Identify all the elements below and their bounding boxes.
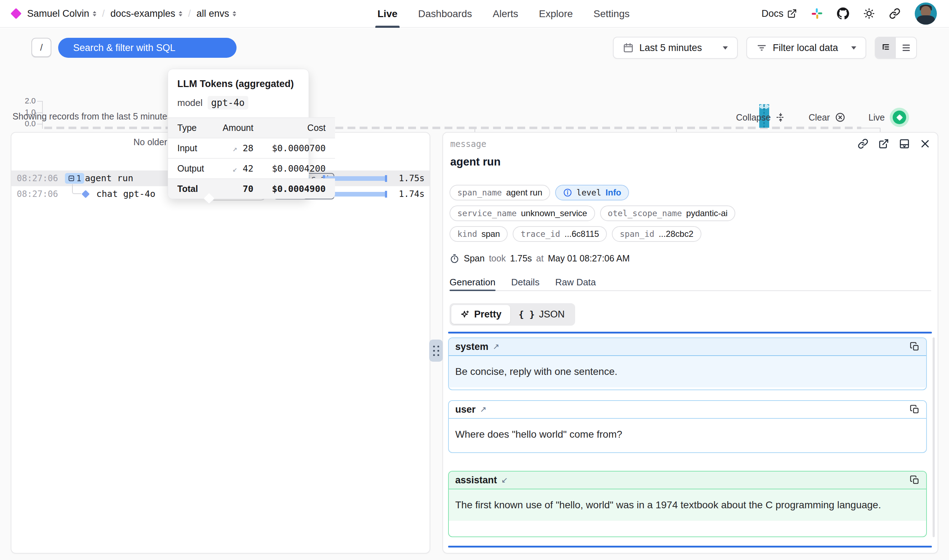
json-label: JSON bbox=[539, 309, 565, 320]
row-type: Input bbox=[168, 138, 213, 158]
row-cost: $0.0004200 bbox=[263, 158, 335, 179]
copy-icon[interactable] bbox=[910, 405, 920, 414]
live-toggle[interactable]: Live bbox=[868, 108, 909, 127]
sparkle-icon bbox=[460, 309, 470, 320]
copy-icon[interactable] bbox=[910, 475, 920, 485]
table-row: Input ↗ 28 $0.0000700 bbox=[168, 138, 335, 158]
badge-key: service_name bbox=[457, 209, 517, 218]
token-cost-table: Type Amount Cost Input ↗ 28 $0.0000700 O… bbox=[168, 117, 335, 198]
panel-type-label: message bbox=[450, 139, 486, 149]
tab-dashboards[interactable]: Dashboards bbox=[418, 0, 472, 28]
badge-kind[interactable]: kind span bbox=[449, 226, 508, 242]
table-row-total: Total 70 $0.0004900 bbox=[168, 179, 335, 198]
flat-list-view-button[interactable] bbox=[896, 37, 916, 58]
avatar[interactable] bbox=[915, 3, 937, 25]
badge-otel-scope-name[interactable]: otel_scope_name pydantic-ai bbox=[600, 205, 736, 221]
breadcrumb-project[interactable]: docs-examples bbox=[111, 8, 183, 19]
external-link-icon bbox=[787, 9, 797, 18]
slash-shortcut-key[interactable]: / bbox=[31, 38, 51, 57]
copy-link-icon[interactable] bbox=[858, 138, 868, 149]
tab-explore[interactable]: Explore bbox=[539, 0, 573, 28]
collapse-button[interactable]: Collapse bbox=[736, 112, 786, 123]
badge-level[interactable]: level Info bbox=[555, 185, 629, 200]
calendar-icon bbox=[623, 42, 634, 53]
scroll-bottom-indicator bbox=[448, 546, 932, 548]
model-key: model bbox=[177, 97, 203, 108]
span-name: agent run bbox=[85, 171, 133, 186]
tab-settings[interactable]: Settings bbox=[594, 0, 630, 28]
braces-icon: { } bbox=[519, 309, 535, 320]
filter-value: Filter local data bbox=[773, 42, 838, 54]
chevron-down-icon bbox=[723, 46, 728, 49]
org-name: Samuel Colvin bbox=[27, 8, 89, 19]
panel-resize-handle[interactable] bbox=[429, 340, 443, 362]
logfire-logo-icon[interactable] bbox=[10, 8, 22, 19]
tree-connector-line bbox=[72, 184, 82, 194]
badge-value: pydantic-ai bbox=[686, 208, 728, 218]
chevron-down-icon bbox=[851, 46, 856, 49]
tab-live[interactable]: Live bbox=[377, 0, 397, 28]
breadcrumb-org[interactable]: Samuel Colvin bbox=[27, 8, 96, 19]
message-text: Where does "hello world" come from? bbox=[449, 419, 926, 450]
pretty-view-button[interactable]: Pretty bbox=[451, 305, 510, 324]
message-assistant: assistant ↙ The first known use of "hell… bbox=[448, 471, 927, 537]
square-minus-icon bbox=[68, 175, 75, 182]
json-view-button[interactable]: { } JSON bbox=[510, 305, 573, 324]
list-view-icon bbox=[901, 42, 912, 53]
message-header: user ↗ bbox=[449, 401, 926, 419]
tooltip-title: LLM Tokens (aggregated) bbox=[168, 69, 309, 89]
scrollbar[interactable] bbox=[933, 337, 935, 537]
live-label: Live bbox=[868, 112, 885, 123]
clear-button[interactable]: Clear bbox=[808, 112, 846, 123]
tab-details[interactable]: Details bbox=[511, 274, 540, 290]
slack-icon[interactable] bbox=[811, 8, 823, 19]
x-axis-end-segment bbox=[861, 128, 880, 128]
span-diamond-icon bbox=[82, 190, 90, 198]
arrow-down-left-icon: ↙ bbox=[501, 475, 508, 485]
tab-alerts[interactable]: Alerts bbox=[493, 0, 518, 28]
badge-service-name[interactable]: service_name unknown_service bbox=[449, 205, 595, 221]
close-icon[interactable] bbox=[920, 138, 931, 149]
row-timestamp: 08:27:06 bbox=[17, 186, 58, 202]
badge-value: Info bbox=[605, 188, 621, 198]
chevron-updown-icon bbox=[232, 11, 236, 16]
badge-value: unknown_service bbox=[521, 208, 587, 218]
filter-local-data-select[interactable]: Filter local data bbox=[746, 37, 866, 59]
collapse-icon bbox=[775, 112, 786, 122]
open-in-new-icon[interactable] bbox=[878, 138, 889, 149]
copy-icon[interactable] bbox=[910, 342, 920, 352]
search-sql-button[interactable]: Search & filter with SQL bbox=[58, 38, 237, 58]
collapse-children-badge[interactable]: 1 bbox=[65, 173, 84, 184]
row-cost: $0.0000700 bbox=[263, 138, 335, 158]
dock-panel-bottom-icon[interactable] bbox=[899, 138, 910, 149]
message-text: Be concise, reply with one sentence. bbox=[449, 356, 926, 388]
badge-trace-id[interactable]: trace_id ...6c8115 bbox=[513, 226, 607, 242]
badge-span-name[interactable]: span_name agent run bbox=[449, 185, 550, 200]
docs-link[interactable]: Docs bbox=[761, 8, 797, 19]
tree-view-button[interactable] bbox=[875, 37, 896, 58]
project-name: docs-examples bbox=[111, 8, 175, 19]
time-range-select[interactable]: Last 5 minutes bbox=[613, 37, 738, 59]
message-header: system ↗ bbox=[449, 338, 926, 356]
theme-toggle-sun-icon[interactable] bbox=[863, 8, 875, 19]
badge-span-id[interactable]: span_id ...28cbc2 bbox=[612, 226, 701, 242]
breadcrumb-separator: / bbox=[102, 8, 105, 19]
breadcrumb-env[interactable]: all envs bbox=[197, 8, 237, 19]
tab-raw-data[interactable]: Raw Data bbox=[555, 274, 596, 290]
badge-value: ...6c8115 bbox=[564, 229, 599, 239]
arrow-up-right-icon: ↗ bbox=[232, 144, 237, 153]
github-icon[interactable] bbox=[837, 8, 849, 20]
col-amount: Amount bbox=[213, 118, 263, 138]
list-view-toggle bbox=[875, 37, 917, 59]
tab-generation[interactable]: Generation bbox=[449, 274, 495, 290]
arrow-down-left-icon: ↙ bbox=[232, 165, 237, 173]
message-role: user bbox=[455, 404, 475, 415]
share-link-icon[interactable] bbox=[889, 8, 900, 19]
badge-key: span_id bbox=[620, 229, 654, 238]
badge-key: span_name bbox=[457, 188, 502, 197]
page-body: / Search & filter with SQL Last 5 minute… bbox=[0, 29, 949, 560]
scroll-top-indicator bbox=[448, 332, 932, 334]
model-value: gpt-4o bbox=[208, 96, 248, 109]
top-nav: Samuel Colvin / docs-examples / all envs… bbox=[0, 0, 949, 28]
row-cost: $0.0004900 bbox=[263, 179, 335, 198]
